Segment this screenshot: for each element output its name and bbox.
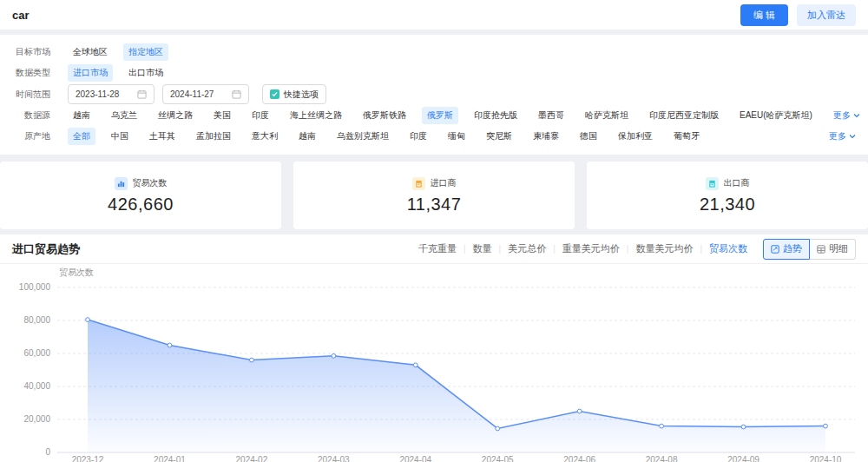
filter-label-data-type: 数据类型 [5,67,68,79]
filter-option[interactable]: 美国 [208,107,236,124]
stat-label: 进口商 [431,177,457,189]
data-point[interactable] [168,343,172,347]
stat-card-trade-count: 贸易次数 426,660 [0,162,281,229]
filter-panel: 目标市场 全球地区指定地区 数据类型 进口市场出口市场 时间范围 2023-11… [0,35,868,155]
stat-card-head: 贸易次数 [115,177,168,190]
data-source-options: 越南乌克兰丝绸之路美国印度海上丝绸之路俄罗斯铁路俄罗斯印度抢先版墨西哥哈萨克斯坦… [68,107,828,124]
trend-line-chart[interactable]: 020,00040,00060,00080,000100,000贸易次数2023… [0,264,868,462]
metric-tab[interactable]: 数量 [466,242,499,255]
filter-option[interactable]: 墨西哥 [533,107,569,124]
filter-option[interactable]: 俄罗斯 [422,107,458,124]
filter-option[interactable]: 保加利亚 [613,128,658,145]
filter-row-origin: 原产地 全部中国土耳其孟加拉国意大利越南乌兹别克斯坦印度缅甸突尼斯柬埔寨德国保加… [5,127,856,146]
data-point[interactable] [577,409,582,413]
filter-option[interactable]: 出口市场 [123,64,168,82]
filter-option[interactable]: 乌克兰 [106,107,142,124]
chart-header: 进口贸易趋势 千克重量|数量|美元总价|重量美元均价|数量美元均价|贸易次数 趋… [0,234,868,264]
filter-option[interactable]: 中国 [106,128,134,145]
filter-option[interactable]: 全部 [68,128,95,145]
trend-icon [771,245,779,254]
stat-label: 出口商 [724,177,750,189]
metric-tabs: 千克重量|数量|美元总价|重量美元均价|数量美元均价|贸易次数 [411,242,754,255]
start-date-input[interactable]: 2023-11-28 [68,84,155,104]
data-point[interactable] [86,318,90,322]
filter-option[interactable]: EAEU(哈萨克斯坦) [734,107,818,124]
quick-options-button[interactable]: 快捷选项 [262,84,326,104]
x-tick-label: 2024-09 [727,455,760,462]
filter-option[interactable]: 越南 [293,128,321,145]
filter-option[interactable]: 俄罗斯铁路 [358,107,411,124]
detail-view-label: 明细 [829,242,848,255]
data-point[interactable] [413,363,418,367]
metric-tab[interactable]: 美元总价 [501,242,553,255]
edit-button[interactable]: 编 辑 [740,4,788,26]
data-source-more-link[interactable]: 更多 [828,109,860,122]
chevron-down-icon [853,113,860,118]
filter-option[interactable]: 印度抢先版 [469,107,523,124]
origin-options: 全部中国土耳其孟加拉国意大利越南乌兹别克斯坦印度缅甸突尼斯柬埔寨德国保加利亚葡萄… [68,128,824,145]
filter-row-market: 目标市场 全球地区指定地区 [5,43,856,62]
chart-title: 进口贸易趋势 [12,241,80,257]
data-point[interactable] [332,353,336,358]
end-date-value: 2024-11-27 [170,89,214,99]
stat-card-head: 出口商 [706,177,750,190]
filter-label-date-range: 时间范围 [5,89,68,101]
filter-option[interactable]: 德国 [575,128,602,145]
add-radar-button[interactable]: 加入雷达 [797,4,856,26]
trend-view-label: 趋势 [783,242,802,255]
data-point[interactable] [741,425,746,429]
exporter-icon [706,177,719,190]
metric-tab[interactable]: 数量美元均价 [628,242,700,255]
data-point[interactable] [249,358,253,362]
stat-card-head: 进口商 [412,177,457,190]
filter-option[interactable]: 哈萨克斯坦 [580,107,634,124]
filter-option[interactable]: 越南 [68,107,95,124]
metric-tab[interactable]: 重量美元均价 [556,242,627,255]
stat-cards: 贸易次数 426,660 进口商 11,347 出口商 [0,162,868,229]
filter-option[interactable]: 进口市场 [68,64,113,82]
metric-tab[interactable]: 千克重量 [411,242,464,255]
filter-option[interactable]: 突尼斯 [481,128,517,145]
calendar-icon [137,89,147,99]
detail-view-button[interactable]: 明细 [810,239,856,260]
origin-more-link[interactable]: 更多 [824,130,856,142]
stat-card-importers: 进口商 11,347 [293,162,575,229]
filter-option[interactable]: 印度尼西亚定制版 [644,107,724,124]
filter-option[interactable]: 孟加拉国 [191,128,236,145]
calendar-icon [232,89,241,99]
filter-row-data-source: 数据源 越南乌克兰丝绸之路美国印度海上丝绸之路俄罗斯铁路俄罗斯印度抢先版墨西哥哈… [5,106,856,125]
trend-view-button[interactable]: 趋势 [763,239,810,260]
y-axis-title: 贸易次数 [59,267,94,277]
filter-row-date-range: 时间范围 2023-11-28 2024-11-27 快捷选项 [5,84,856,104]
importer-icon [412,177,425,190]
end-date-input[interactable]: 2024-11-27 [162,84,249,104]
data-point[interactable] [824,424,828,428]
view-toggle: 趋势 明细 [763,239,856,260]
filter-option[interactable]: 印度 [247,107,274,124]
data-point[interactable] [660,424,664,428]
filter-option[interactable]: 全球地区 [68,43,113,61]
filter-option[interactable]: 土耳其 [144,128,181,145]
filter-option[interactable]: 丝绸之路 [153,107,198,124]
stat-value: 11,347 [407,195,462,214]
filter-option[interactable]: 乌兹别克斯坦 [332,128,394,145]
filter-label-origin: 原产地 [5,130,68,142]
x-tick-label: 2024-06 [563,455,595,462]
filter-option[interactable]: 柬埔寨 [528,128,564,145]
filter-option[interactable]: 葡萄牙 [668,128,705,145]
x-tick-label: 2024-03 [318,455,350,462]
filter-option[interactable]: 指定地区 [123,43,168,61]
data-point[interactable] [496,426,500,431]
topbar: car 编 辑 加入雷达 [0,0,868,30]
topbar-actions: 编 辑 加入雷达 [740,4,856,26]
stat-value: 426,660 [108,195,174,214]
more-label: 更多 [833,109,851,122]
filter-option[interactable]: 海上丝绸之路 [285,107,347,124]
filter-option[interactable]: 缅甸 [443,128,470,145]
y-tick-label: 0 [45,447,50,457]
more-label: 更多 [829,130,846,142]
metric-tab[interactable]: 贸易次数 [702,242,754,255]
chevron-down-icon [849,134,856,139]
filter-option[interactable]: 意大利 [247,128,283,145]
filter-option[interactable]: 印度 [404,128,432,145]
